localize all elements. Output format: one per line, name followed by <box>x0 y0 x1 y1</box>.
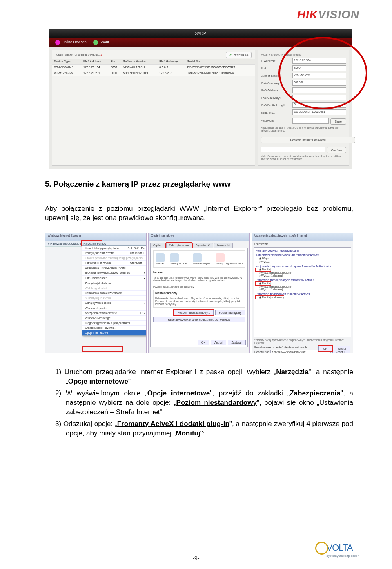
menu-item[interactable]: Odnajdywanie źródeł▸ <box>82 301 147 306</box>
gear-icon <box>315 542 328 555</box>
zone-heading: Internet <box>153 271 245 274</box>
menu-item[interactable]: Usuń historię przeglądania...Ctrl+Shift+… <box>82 246 147 251</box>
menu-item[interactable]: Filtr SmartScreen▸ <box>82 276 147 281</box>
table-header-row: Device Type IPv4 Address Port Software V… <box>52 59 255 65</box>
device-table: Device Type IPv4 Address Port Software V… <box>52 59 255 76</box>
internet-options-dialog: Opcje internetowe Ogólne Zabezpieczenia … <box>148 233 250 353</box>
cancel-button[interactable]: Anuluj <box>211 340 226 345</box>
sadp-window: SADP Online Devices About Total number o… <box>49 29 352 169</box>
menu-item[interactable]: Create Mobile Favorite... <box>82 326 147 330</box>
menu-item[interactable]: Diagnozuj problemy z połączeniami... <box>82 321 147 326</box>
list-item: 2) W wyświetlonym oknie „Opcje interneto… <box>55 389 353 417</box>
port-field[interactable]: 8000 <box>292 65 346 71</box>
table-row[interactable]: VC-M1220-1-N172.6.23.2318000V3.1 cBuild … <box>52 70 255 76</box>
intro-paragraph: Aby połączenie z poziomu przeglądarki WW… <box>45 204 353 223</box>
titlebar: Opcje internetowe <box>149 233 249 241</box>
menu-item[interactable]: Ustawienia Filtrowania InPrivate <box>82 266 147 270</box>
ip6-field[interactable] <box>292 87 346 93</box>
menu-item[interactable]: Otwórz ponownie ostatnią sesję przegląda… <box>82 256 147 261</box>
menu-item[interactable]: Narzędzia deweloperskieF12 <box>82 311 147 316</box>
tools-dropdown: Usuń historię przeglądania...Ctrl+Shift+… <box>82 245 147 336</box>
list-item: 1) Uruchom przeglądarkę Internet Explore… <box>55 368 353 386</box>
volta-logo: VOLTA systemy zabezpieczeń <box>315 542 359 558</box>
titlebar: Ustawienia zabezpieczeń - strefa Interne… <box>252 233 353 241</box>
save-button[interactable]: Save <box>330 118 346 125</box>
menu-item[interactable]: Zarządzaj dodatkami <box>82 281 147 286</box>
pre6-field[interactable]: 0 <box>292 102 346 108</box>
menu-item[interactable]: Subskrybuj to źródło... <box>82 296 147 301</box>
info-icon <box>93 40 98 45</box>
settings-label: Ustawienia <box>252 241 353 245</box>
restart-note: *Zmiany będą wprowadzone po ponownym uru… <box>252 339 353 344</box>
list-item: 3) Odszukaj opcje: „Fromanty AciveX i do… <box>55 419 353 438</box>
section-heading: 5. Połączenie z kamerą IP przez przegląd… <box>45 180 231 189</box>
settings-list[interactable]: Formanty ActiveX i dodatki plug-in Autom… <box>254 247 351 337</box>
zone-text: Ta strefa jest dla internetowych witryn … <box>153 276 245 282</box>
device-list-panel: Total number of online devices: 2 ⟳ Refr… <box>52 50 255 166</box>
menu-item[interactable]: Filtrowanie InPrivateCtrl+Shift+F <box>82 261 147 266</box>
menu-item[interactable]: Przeglądanie InPrivateCtrl+Shift+P <box>82 251 147 256</box>
gw6-field[interactable] <box>292 95 346 100</box>
restricted-icon[interactable] <box>216 253 225 262</box>
note-text-2: Note: Serial code is a series of charact… <box>261 155 346 161</box>
menu-item[interactable]: Blokowanie wyskakujących okienek▸ <box>82 270 147 276</box>
nonstd-text: Ustawienia niestandardowe. - Aby zmienić… <box>155 297 243 306</box>
note-text: Note: Enter the admin password of the de… <box>261 126 346 132</box>
cancel-button[interactable]: Anuluj <box>334 346 350 351</box>
counter-value: 2 <box>101 53 102 56</box>
ie-screenshots-row: Windows Internet Explorer Plik Edycja Wi… <box>45 233 353 353</box>
hikvision-logo: HIKVISION <box>297 8 359 21</box>
ie-main-window: Windows Internet Explorer Plik Edycja Wi… <box>45 233 147 353</box>
menu-item[interactable]: Windows Update <box>82 306 147 311</box>
apply-button[interactable]: Zastosuj <box>228 340 246 345</box>
highlight-box <box>82 346 123 352</box>
table-row[interactable]: DS-2CD862MF172.6.23.1048000V2.0build 120… <box>52 65 255 70</box>
reset-zones-button[interactable]: Resetuj wszystkie strefy do poziomu domy… <box>153 317 245 322</box>
menu-item[interactable]: Ustawienia widoku zgodności <box>82 291 147 296</box>
globe-icon[interactable] <box>156 253 165 262</box>
trusted-icon[interactable] <box>193 253 202 262</box>
level-label: Poziom zabezpieczeń dla tej strefy <box>153 285 245 288</box>
tab-online-devices[interactable]: Online Devices <box>55 40 87 45</box>
menu-item[interactable]: Windows Messenger <box>82 316 147 321</box>
default-level-button[interactable]: Poziom domyślny <box>215 310 245 315</box>
sadp-titlebar: SADP <box>49 30 352 38</box>
ip-field[interactable]: 172.6.23.104 <box>292 58 346 64</box>
refresh-button[interactable]: ⟳ Refresh >> <box>226 52 252 58</box>
serial-code-field[interactable] <box>261 147 325 152</box>
logo-left: HIK <box>297 8 318 21</box>
tab-about[interactable]: About <box>93 40 109 45</box>
menu-item[interactable]: Widok zgodności <box>82 286 147 291</box>
password-field[interactable] <box>292 118 329 124</box>
security-settings-dialog: Ustawienia zabezpieczeń - strefa Interne… <box>252 233 353 353</box>
ok-button[interactable]: OK <box>318 346 332 351</box>
numbered-list: 1) Uruchom przeglądarkę Internet Explore… <box>55 368 353 441</box>
panel-title: Modify Network Parameters <box>261 53 346 56</box>
confirm-button[interactable]: Confirm <box>327 147 346 153</box>
highlight-box <box>81 240 102 246</box>
mask-field[interactable]: 255.255.255.0 <box>292 73 346 78</box>
intranet-icon[interactable] <box>170 253 179 262</box>
tab-general[interactable]: Ogólne <box>150 243 165 248</box>
tab-security[interactable]: Zabezpieczenia <box>166 243 192 248</box>
custom-level-button[interactable]: Poziom niestandardowy... <box>174 310 214 315</box>
nonstd-label: Niestandardowy <box>155 292 177 295</box>
serial-field: DS-2CD862F-E0020081 <box>292 109 346 115</box>
gw4-field[interactable]: 0.0.0.0 <box>292 80 346 86</box>
globe-icon <box>55 40 60 45</box>
counter-label: Total number of online devices: <box>55 53 100 56</box>
tab-content[interactable]: Zawartość <box>214 243 233 248</box>
tab-privacy[interactable]: Prywatność <box>193 243 213 248</box>
sadp-toolbar: Online Devices About <box>49 38 352 47</box>
modify-network-panel: Modify Network Parameters IP Address:172… <box>258 50 349 166</box>
menu-item-internet-options[interactable]: Opcje internetowe <box>82 330 147 335</box>
restore-default-button[interactable]: Restore Default Password <box>261 137 355 143</box>
ok-button[interactable]: OK <box>198 340 209 345</box>
logo-right: VISION <box>318 8 359 21</box>
